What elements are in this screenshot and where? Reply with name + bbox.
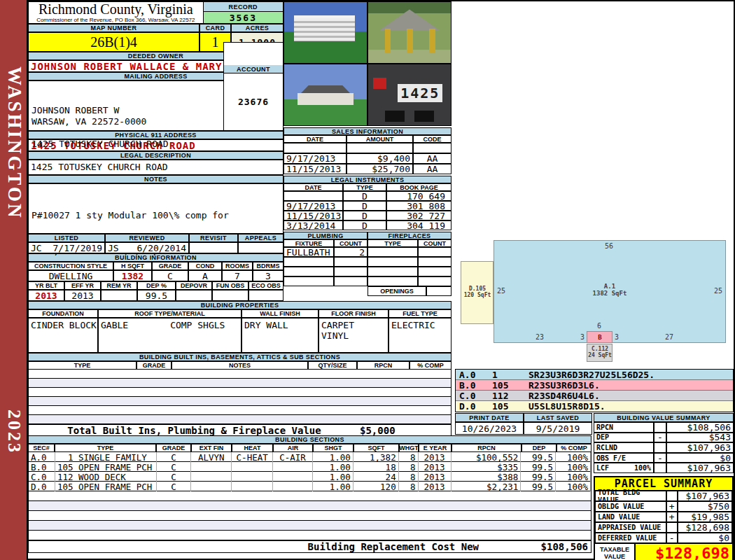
account-label: ACCOUNT [224, 65, 283, 74]
built-ins-header-row: TYPE GRADE NOTES QTY/SIZE RPCN % COMP [28, 361, 451, 370]
instrument-row: 11/15/2013 D 302 727 [284, 211, 451, 220]
foundation-value: CINDER BLOCK [28, 318, 98, 353]
rooms-label: ROOMS [222, 262, 253, 270]
fireplace-row [368, 267, 451, 276]
taxable-value-label: TAXABLE VALUE [595, 544, 636, 560]
section-row: A.0 1 SINGLE FAMILY C ALVYN C-HEAT C-AIR… [28, 452, 592, 462]
section-row: C.0 112 WOOD DECK C 1.00 24 8 2013 $388 … [28, 472, 592, 482]
built-ins-empty-row [28, 379, 451, 388]
reviewed-label: REVIEWED [105, 234, 189, 242]
plumbing-fireplaces: PLUMBING FIXTURE COUNT FULLBATH 2 [284, 232, 451, 296]
building-sketch: 56 25 25 23 27 6 3 3 A.1 1382 SqFt B C.1… [455, 231, 734, 368]
property-photos: 1425 [284, 1, 451, 126]
built-ins-total-value: $5,000 [360, 425, 451, 435]
card-label: CARD [200, 24, 231, 32]
print-date-value: 10/26/2023 [455, 422, 524, 435]
sales-row: 11/15/2013 $25,700 AA [284, 164, 451, 174]
account-box: ACCOUNT 23676 [223, 42, 283, 130]
building-info-values-2: 2013 2013 99.5 [28, 290, 284, 301]
remyr-label: REM YR [101, 281, 137, 290]
yrblt-value: 2013 [28, 290, 64, 301]
construction-style-label: CONSTRUCTION STYLE [28, 262, 113, 270]
dim-right: 25 [714, 287, 722, 295]
fireplace-row [368, 257, 451, 267]
building-value-summary: BUILDING VALUE SUMMARY RPCN $108,506 DEP… [594, 413, 734, 473]
photo-mailbox: 1425 [368, 64, 451, 126]
mailbox-slot [385, 111, 405, 122]
built-ins-table: BUILDING BUILT INS, BASEMENTS, ATTICS & … [28, 353, 451, 436]
plumbing-label: PLUMBING [284, 232, 368, 239]
county-name: Richmond County, Virginia [29, 2, 203, 17]
mailing-address-box: JOHNSON ROBERT W 1425 TOTUSKEY CHURCH RO… [28, 80, 284, 131]
built-ins-empty-row [28, 415, 451, 424]
listed-label: LISTED [28, 234, 105, 242]
remyr-value [101, 290, 137, 301]
hsqft-value: 1382 [113, 270, 152, 281]
instrument-row: D 170 649 [284, 191, 451, 201]
replacement-cost-label: Building Replacement Cost New [29, 541, 517, 552]
effyr-label: EFF YR [64, 281, 101, 290]
building-sections-label: BUILDING SECTIONS [28, 435, 592, 444]
dim-top: 56 [605, 242, 613, 250]
value-summary-row: RPCN $108,506 [594, 422, 734, 433]
appeals-label: APPEALS [238, 234, 284, 242]
ecoobs-value [248, 290, 284, 301]
parcel-summary-row: APPRAISED VALUE $128,698 [595, 522, 732, 533]
reviewed-date: 6/20/2014 [137, 243, 186, 253]
account-value: 23676 [224, 96, 283, 108]
county-header: Richmond County, Virginia Commissioner o… [28, 1, 284, 24]
print-date-label: PRINT DATE [455, 413, 524, 422]
sketch-code-row: B.0 105 R23SU3R6D3L6. [456, 380, 733, 391]
fixture-count-label: COUNT [334, 239, 368, 247]
replacement-cost-row: Building Replacement Cost New $108,506 [28, 540, 592, 553]
taxable-value: $128,698 [636, 544, 732, 560]
commissioner-line: Commissioner of the Revenue, PO Box 366,… [29, 17, 203, 23]
mailing-line-3: WARSAW, VA 22572-0000 [31, 116, 146, 127]
roof-material-value: COMP SHGLS [170, 320, 225, 330]
bdrms-label: BDRMS [253, 262, 284, 270]
parcel-summary-row: LAND VALUE + $19,985 [595, 512, 732, 522]
revisit-value [189, 242, 238, 253]
visits-value-row: JC 7/17/2019 JS 6/20/2014 [28, 242, 284, 253]
plumbing-table: PLUMBING FIXTURE COUNT FULLBATH 2 [284, 232, 368, 296]
section-empty-row [28, 491, 592, 501]
dim-bottom-left: 23 [536, 333, 544, 341]
rooms-value: 7 [222, 270, 253, 281]
sales-code-label: CODE [413, 135, 451, 143]
cond-value: A [188, 270, 222, 281]
plumbing-row [284, 276, 368, 286]
yrblt-label: YR BLT [28, 281, 64, 290]
carport-shape [294, 15, 355, 41]
properties-value-row: CINDER BLOCK GABLE COMP SHGLS DRY WALL C… [28, 318, 451, 353]
section-empty-row [28, 521, 592, 531]
notes-line-1: P#10027 1 sty Modular 100\% comp for [31, 209, 280, 221]
section-empty-row [28, 531, 592, 540]
sketch-codes: A.0 1 SR23U3R6D3R27U25L56D25. B.0 105 R2… [455, 369, 734, 412]
hsqft-label: H SQFT [113, 262, 152, 270]
left-spine: WASHINGTON 2023 [0, 0, 28, 560]
dep-pct-value: 99.5 [137, 290, 176, 301]
section-empty-row [28, 511, 592, 521]
fireplace-count-label: COUNT [418, 239, 451, 247]
revisit-label: REVISIT [189, 234, 238, 242]
roof-type-value: GABLE [101, 320, 128, 330]
reviewed-value: JS 6/20/2014 [105, 242, 189, 253]
mailing-line-2: 1425 TOTUSKEY CHURCH ROAD [31, 139, 280, 150]
cond-label: COND [188, 262, 222, 270]
taxable-value-row: TAXABLE VALUE $128,698 [595, 543, 732, 560]
building-info-header-2: YR BLT EFF YR REM YR DEP % DEPOVR FUN OB… [28, 281, 284, 290]
funobs-label: FUN OBS [212, 281, 248, 290]
sales-row [284, 143, 451, 153]
listed-date: 7/17/2019 [53, 243, 102, 253]
grade-label: GRADE [152, 262, 188, 270]
fireplace-row [368, 247, 451, 257]
instr-bookpage-label: BOOK PAGE [386, 183, 451, 191]
parcel-summary-row: TOTAL BLDG VALUE $107,963 [595, 491, 732, 501]
building-properties-label: BUILDING PROPERTIES [28, 301, 451, 309]
photo-carport [284, 1, 368, 64]
openings-label: OPENINGS [368, 286, 426, 296]
sketch-code-row: A.0 1 SR23U3R6D3R27U25L56D25. [456, 370, 733, 380]
photo-gazebo [368, 1, 451, 64]
acres-label: ACRES [231, 24, 284, 32]
fuel-type-label: FUEL TYPE [388, 309, 451, 318]
